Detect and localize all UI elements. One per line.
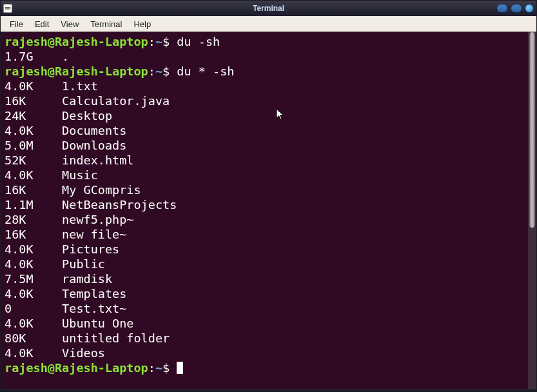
svg-rect-0: [5, 7, 10, 8]
scrollbar[interactable]: [527, 32, 536, 389]
menu-help[interactable]: Help: [128, 17, 156, 31]
titlebar[interactable]: Terminal: [1, 1, 536, 16]
close-button[interactable]: [525, 4, 534, 13]
menu-file[interactable]: File: [5, 17, 28, 31]
maximize-button[interactable]: [511, 4, 522, 13]
menu-edit[interactable]: Edit: [30, 17, 54, 31]
scrollbar-thumb[interactable]: [529, 32, 535, 228]
window-menu-icon[interactable]: [3, 4, 12, 13]
terminal-content[interactable]: rajesh@Rajesh-Laptop:~$ du -sh 1.7G . ra…: [5, 34, 532, 375]
cursor: [177, 362, 183, 374]
menu-view[interactable]: View: [55, 17, 84, 31]
minimize-button[interactable]: [496, 4, 508, 13]
terminal-viewport[interactable]: rajesh@Rajesh-Laptop:~$ du -sh 1.7G . ra…: [1, 32, 536, 389]
menubar: File Edit View Terminal Help: [1, 16, 536, 32]
terminal-window: Terminal File Edit View Terminal Help ra…: [0, 0, 537, 392]
window-title: Terminal: [253, 4, 284, 13]
menu-terminal[interactable]: Terminal: [85, 17, 127, 31]
svg-rect-1: [5, 8, 10, 9]
bottom-border: [1, 389, 536, 391]
